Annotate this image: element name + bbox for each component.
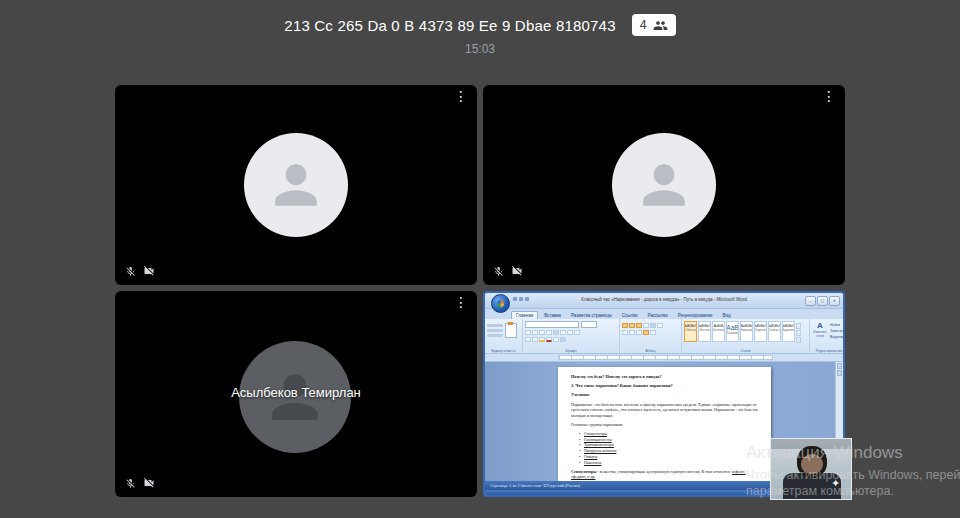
tile1-status	[125, 265, 155, 277]
tile2-status	[493, 265, 523, 277]
tab-view: Вид	[719, 312, 735, 319]
group-paragraph: Абзац	[620, 319, 682, 353]
group-label: Буфер обмена	[485, 349, 522, 353]
doc-bullet-list: Стимуляторы Галлюциногены Транквилизатор…	[579, 431, 758, 466]
font-buttons-row2	[525, 337, 617, 342]
people-icon	[653, 18, 668, 33]
style-item: АаВбВЗаголово	[712, 321, 725, 342]
ruler	[485, 354, 843, 362]
sparkle-cursor-icon: ✦	[831, 477, 840, 490]
word-title-text: Классный час «Наркомания - дорога в нику…	[485, 297, 843, 302]
document-page: Почему это беда? Почему это дорога в ник…	[558, 367, 771, 481]
doc-bullet: Никотины	[579, 460, 758, 466]
clipboard-small-buttons	[487, 324, 503, 347]
editing-commands: Найти Заменить Выделить	[830, 321, 845, 339]
window-controls: – ▢ ✕	[805, 296, 840, 306]
ribbon: Буфер обмена Шрифт Абзац АаВбВвГг1 Обычн…	[485, 319, 843, 354]
group-label: Стили	[682, 349, 809, 353]
close-icon: ✕	[829, 296, 840, 306]
style-item: АаВбВвГгВыделени	[782, 321, 795, 342]
tab-page-layout: Разметка страницы	[567, 312, 616, 319]
font-name-combo	[525, 321, 579, 328]
style-item: АаВбВвГг1 Без инте	[698, 321, 711, 342]
ribbon-tabs: Главная Вставка Разметка страницы Ссылки…	[485, 309, 843, 319]
doc-paragraph: Основные группы наркотиков:	[571, 422, 758, 428]
meeting-title: 213 Cc 265 Da 0 B 4373 89 Ee 9 Dbae 8180…	[284, 17, 615, 34]
word-titlebar: Классный час «Наркомания - дорога в нику…	[485, 293, 843, 309]
group-styles: АаВбВвГг1 Обычный АаВбВвГг1 Без инте АаВ…	[682, 319, 810, 353]
self-view-video[interactable]	[770, 438, 852, 500]
tab-references: Ссылки	[618, 312, 642, 319]
tab-review: Рецензирование	[674, 312, 717, 319]
maximize-icon: ▢	[817, 296, 828, 306]
office-button-icon	[491, 294, 510, 313]
video-tile-2[interactable]: ⋮	[483, 85, 845, 285]
person-icon	[633, 154, 695, 216]
meeting-time: 15:03	[465, 42, 495, 56]
paste-icon	[505, 323, 517, 338]
participant-name: Асылбеков Темирлан	[115, 385, 477, 400]
doc-paragraph: Наркомания - это болезненное влечение к …	[571, 402, 758, 419]
minimize-icon: –	[805, 296, 816, 306]
style-item: АаВЗаголово	[726, 321, 739, 342]
tile3-status	[125, 477, 155, 489]
camera-off-icon	[143, 477, 155, 489]
tile3-menu-icon[interactable]: ⋮	[454, 295, 468, 309]
font-buttons-row1	[525, 330, 617, 335]
tab-insert: Вставка	[540, 312, 565, 319]
style-item: АаВбВвНазвание	[740, 321, 753, 342]
meeting-title-row: 213 Cc 265 Da 0 B 4373 89 Ee 9 Dbae 8180…	[284, 14, 675, 36]
style-item: АаВбВвГгПодзагол	[754, 321, 767, 342]
participants-badge[interactable]: 4	[632, 14, 676, 36]
avatar	[244, 133, 348, 237]
style-item: АаВбВвГг1 Обычный	[684, 321, 697, 342]
doc-heading: Почему это беда? Почему это дорога в ник…	[571, 374, 758, 380]
group-font: Шрифт	[523, 319, 620, 353]
video-tile-3[interactable]: ⋮ Асылбеков Темирлан	[115, 291, 477, 497]
mic-off-icon	[493, 266, 504, 277]
mic-off-icon	[125, 266, 136, 277]
participants-count: 4	[640, 18, 647, 32]
group-label: Редактирование	[810, 349, 845, 353]
video-tile-1[interactable]: ⋮	[115, 85, 477, 285]
replace-command: Заменить	[830, 329, 845, 333]
meeting-header: 213 Cc 265 Da 0 B 4373 89 Ee 9 Dbae 8180…	[0, 14, 960, 56]
tab-mailings: Рассылки	[644, 312, 672, 319]
mic-off-icon	[125, 478, 136, 489]
tab-home: Главная	[511, 311, 538, 319]
doc-speaker-label: Ученики:	[571, 392, 758, 398]
change-styles-button: А Изменить стили	[812, 321, 828, 338]
doc-paragraph: Стимуляторы - вещества, стимулирующие це…	[571, 469, 758, 481]
style-item: АаВбВвГгСлабое в	[768, 321, 781, 342]
change-styles-icon: А	[817, 321, 823, 330]
camera-off-icon	[143, 265, 155, 277]
scroll-up-icon	[837, 363, 842, 369]
styles-gallery-scroll	[796, 321, 801, 347]
webcam-person-face	[801, 454, 823, 474]
group-clipboard: Буфер обмена	[485, 319, 523, 353]
avatar	[612, 133, 716, 237]
find-command: Найти	[830, 323, 845, 327]
scroll-thumb	[837, 370, 842, 376]
camera-off-icon	[511, 265, 523, 277]
group-label: Шрифт	[523, 349, 619, 353]
paragraph-buttons-row1	[622, 323, 679, 328]
paragraph-buttons-row2	[622, 330, 679, 335]
font-size-combo	[581, 321, 597, 328]
group-editing: А Изменить стили Найти Заменить Выделить…	[810, 319, 845, 353]
select-command: Выделить	[830, 335, 845, 339]
person-icon	[265, 154, 327, 216]
tile2-menu-icon[interactable]: ⋮	[822, 89, 836, 103]
doc-heading: 3. Что такое наркотики? Какие бывают нар…	[571, 383, 758, 389]
group-label: Абзац	[620, 349, 681, 353]
tile1-menu-icon[interactable]: ⋮	[454, 89, 468, 103]
